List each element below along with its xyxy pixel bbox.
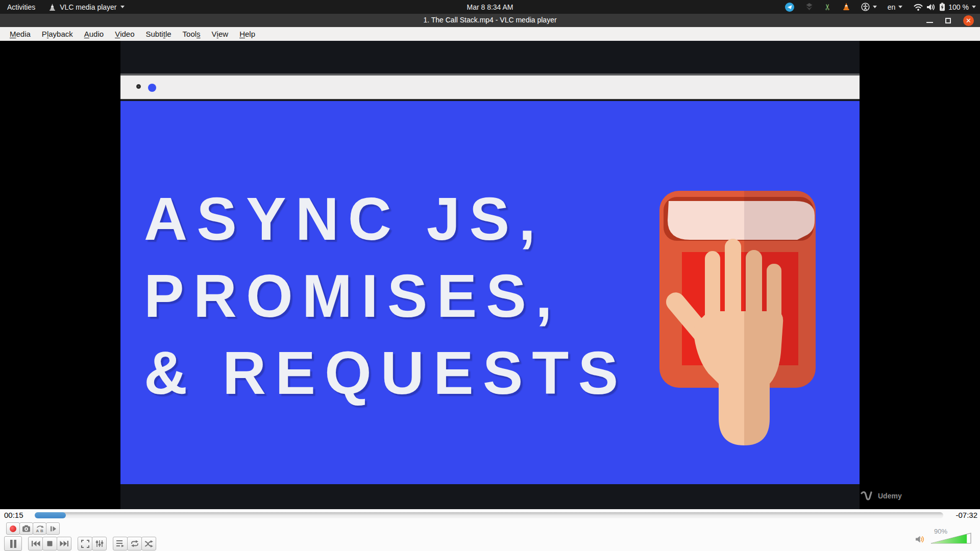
stop-button[interactable] (42, 537, 57, 550)
nav-dot-active-icon (148, 84, 156, 92)
slide-title: ASYNC JS, PROMISES, & REQUESTS (144, 181, 627, 412)
record-icon (10, 525, 16, 532)
nav-dot-outline-icon (136, 84, 141, 89)
seek-row: 00:15 -07:32 (0, 509, 980, 521)
menu-media[interactable]: Media (4, 27, 36, 41)
pause-icon (9, 539, 17, 548)
chevron-down-icon (120, 6, 125, 8)
battery-icon (939, 3, 945, 11)
playlist-icon (116, 540, 125, 547)
minimize-button[interactable] (926, 22, 933, 23)
remaining-time[interactable]: -07:32 (955, 511, 977, 519)
vlc-cone-tray-icon[interactable] (842, 2, 850, 12)
volume-speaker-icon[interactable] (915, 535, 925, 544)
udemy-watermark: Udemy (861, 491, 902, 501)
menu-playback[interactable]: Playback (36, 27, 79, 41)
close-button[interactable]: ✕ (963, 15, 974, 26)
loop-button[interactable] (127, 537, 142, 550)
window-title: 1. The Call Stack.mp4 - VLC media player (0, 16, 980, 24)
seek-fill (35, 512, 66, 518)
gnome-top-bar: Activities VLC media player Mar 8 8:34 A… (0, 0, 980, 14)
elapsed-time[interactable]: 00:15 (4, 511, 23, 519)
udemy-watermark-label: Udemy (878, 492, 902, 500)
stop-icon (47, 541, 53, 546)
activities-button[interactable]: Activities (7, 3, 35, 11)
menu-subtitle[interactable]: Subtitle (140, 27, 177, 41)
equalizer-icon (95, 540, 104, 547)
loop-icon (130, 540, 139, 547)
vlc-menu-bar: Media Playback Audio Video Subtitle Tool… (0, 27, 980, 41)
record-button[interactable] (6, 522, 20, 535)
accessibility-icon (861, 3, 870, 11)
svg-text:A: A (36, 528, 39, 533)
camera-icon (22, 525, 31, 532)
ab-loop-button[interactable]: A B (33, 522, 46, 535)
shuffle-icon (144, 540, 153, 547)
previous-button[interactable] (28, 537, 43, 550)
svg-text:B: B (40, 528, 43, 533)
fullscreen-icon (81, 540, 89, 548)
menu-view[interactable]: View (206, 27, 234, 41)
volume-slider[interactable] (930, 532, 973, 545)
telegram-icon[interactable] (785, 3, 794, 12)
slide-title-line-2: PROMISES, (144, 258, 627, 335)
control-bar: A B (0, 521, 980, 551)
next-button[interactable] (57, 537, 71, 550)
slide: ASYNC JS, PROMISES, & REQUESTS (120, 101, 860, 484)
fullscreen-button[interactable] (78, 537, 92, 550)
chevron-down-icon (972, 6, 976, 8)
playlist-button[interactable] (113, 537, 128, 550)
screen: Activities VLC media player Mar 8 8:34 A… (0, 0, 980, 551)
wifi-icon (913, 3, 923, 11)
maximize-button[interactable] (945, 18, 951, 23)
menu-video[interactable]: Video (109, 27, 140, 41)
pause-button[interactable] (4, 536, 22, 551)
hand-on-book-illustration (653, 184, 827, 469)
previous-icon (31, 540, 40, 547)
window-title-bar[interactable]: 1. The Call Stack.mp4 - VLC media player… (0, 14, 980, 27)
snapshot-button[interactable] (19, 522, 33, 535)
slide-title-line-3: & REQUESTS (144, 335, 627, 412)
frame-step-icon (50, 525, 57, 532)
accessibility-menu[interactable] (861, 3, 877, 11)
video-display[interactable]: ASYNC JS, PROMISES, & REQUESTS (120, 41, 860, 509)
chevron-down-icon (898, 6, 902, 8)
speaker-icon (926, 3, 936, 11)
ab-loop-icon: A B (35, 525, 44, 533)
next-icon (60, 540, 69, 547)
chevron-down-icon (873, 6, 877, 8)
slide-nav-bar (120, 73, 860, 100)
menu-audio[interactable]: Audio (79, 27, 109, 41)
language-menu[interactable]: en (888, 3, 903, 11)
scissors-icon[interactable]: ✂ (823, 4, 833, 10)
package-icon[interactable] (805, 2, 814, 12)
menu-help[interactable]: Help (234, 27, 261, 41)
slide-title-line-1: ASYNC JS, (144, 181, 627, 258)
seek-slider[interactable] (35, 512, 943, 518)
menu-tools[interactable]: Tools (177, 27, 206, 41)
random-button[interactable] (141, 537, 156, 550)
vlc-cone-icon (48, 3, 56, 11)
frame-by-frame-button[interactable] (46, 522, 60, 535)
app-menu-button[interactable]: VLC media player (48, 3, 124, 11)
udemy-logo-icon (861, 491, 874, 501)
extended-settings-button[interactable] (92, 537, 107, 550)
system-status-menu[interactable]: 100 % (913, 3, 976, 11)
video-area: ASYNC JS, PROMISES, & REQUESTS (0, 41, 980, 509)
